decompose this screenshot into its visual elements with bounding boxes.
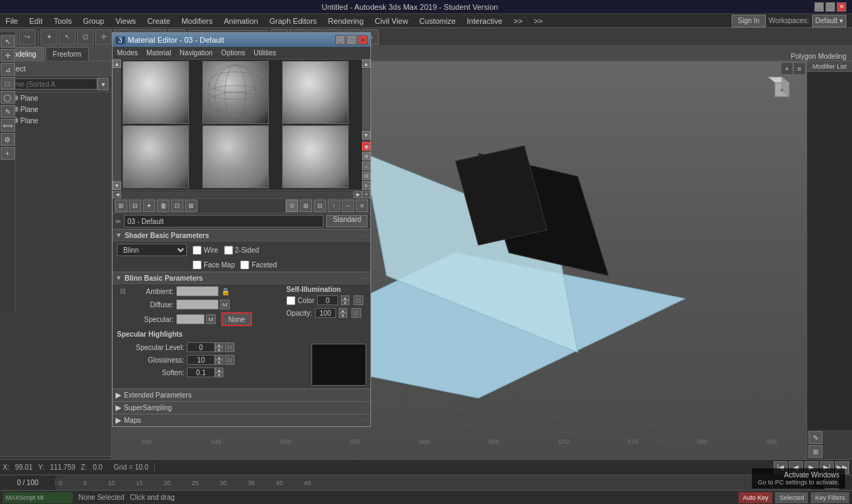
preview-cell-1[interactable] [123, 61, 189, 124]
maxscript-mini[interactable]: MAXScript Mi [3, 492, 73, 503]
opacity-value[interactable] [315, 308, 336, 318]
specular-mini-btn[interactable]: M [206, 314, 216, 324]
preview-cell-5[interactable] [202, 125, 269, 188]
menu-tools[interactable]: Tools [48, 17, 78, 25]
diffuse-swatch[interactable] [176, 300, 218, 309]
modifier-list[interactable] [807, 72, 852, 430]
right-tool-1[interactable]: ✎ [809, 431, 823, 444]
viewport-options-btn[interactable]: ≡ [794, 63, 805, 74]
menu-create[interactable]: Create [141, 17, 176, 25]
mat-type-btn[interactable]: Standard [326, 215, 368, 227]
preview-cell-2[interactable] [202, 61, 269, 124]
sign-in-btn[interactable]: Sign In [732, 15, 766, 27]
scroll-more-btn[interactable]: ≡ [362, 191, 370, 198]
scroll-left-btn[interactable]: ◀ [113, 191, 121, 198]
nav-back-btn[interactable]: ≡ [356, 200, 368, 212]
get-material-btn[interactable]: ⊞ [115, 200, 127, 212]
workspaces-dropdown[interactable]: Default ▾ [812, 15, 846, 27]
scroll-right-btn[interactable]: ▶ [354, 191, 362, 198]
menu-views[interactable]: Views [110, 17, 141, 25]
spec-level-map[interactable]: □ [225, 342, 235, 352]
right-scrollbar[interactable]: ▲ ▼ ◉ ⊞ ☼ ⊟ ≡ [362, 59, 370, 190]
scroll-up-right-btn[interactable]: ▲ [362, 59, 370, 68]
key-filters-btn[interactable]: Key Filters [811, 492, 849, 503]
mat-close-btn[interactable]: ✕ [358, 35, 368, 45]
specular-swatch[interactable] [176, 314, 204, 324]
shader-type-select[interactable]: Blinn Phong Metal [117, 244, 187, 256]
faceted-checkbox[interactable] [240, 260, 249, 270]
panel-resize-handle[interactable] [0, 456, 111, 459]
spec-level-input[interactable] [187, 342, 215, 352]
si-down-arrow[interactable]: ▼ [341, 300, 349, 305]
copy-mat-btn[interactable]: ⊡ [171, 200, 183, 212]
preview-bg-icon[interactable]: ⊞ [362, 152, 370, 160]
move-btn[interactable]: ✛ [95, 29, 112, 45]
glossiness-input[interactable] [187, 355, 215, 365]
spec-level-down[interactable]: ▼ [215, 347, 223, 352]
menu-graph-editors[interactable]: Graph Editors [264, 17, 323, 25]
face-map-checkbox[interactable] [193, 260, 202, 270]
preview-type-icon[interactable]: ◉ [362, 142, 370, 150]
maps-section[interactable]: ▶ Maps ··· [113, 414, 370, 426]
mat-menu-navigation[interactable]: Navigation [176, 47, 217, 59]
diffuse-map-btn[interactable]: M [220, 300, 230, 309]
mat-minimize-btn[interactable]: _ [335, 35, 345, 45]
select-filter-btn[interactable]: ✦ [41, 29, 57, 45]
mat-menu-utilities[interactable]: Utilities [249, 47, 280, 59]
tab-freeform[interactable]: Freeform [46, 47, 90, 61]
opacity-up-arrow[interactable]: ▲ [339, 308, 347, 313]
nav-fwd-btn[interactable]: → [342, 200, 354, 212]
select-region-btn[interactable]: ⊡ [77, 29, 94, 45]
preview-cell-4[interactable] [123, 125, 189, 188]
si-color-value[interactable] [317, 295, 338, 305]
menu-more[interactable]: >> [528, 17, 548, 25]
mirror-tool-icon[interactable]: ⟺ [1, 119, 15, 132]
name-filter-input[interactable] [3, 78, 97, 90]
scale-tool-icon[interactable]: ⊿ [1, 63, 15, 76]
timeline-track[interactable]: 0 5 10 15 20 25 30 35 40 45 [56, 475, 810, 490]
preview-port-icon[interactable]: ⊟ [362, 172, 370, 180]
shader-section-header[interactable]: ▼ Shader Basic Parameters ··· [113, 229, 370, 241]
auto-key-btn[interactable]: Auto Key [739, 492, 773, 503]
right-tool-2[interactable]: ⊞ [809, 445, 823, 458]
menu-civil-view[interactable]: Civil View [369, 17, 413, 25]
paint-tool-icon[interactable]: ✎ [1, 105, 15, 118]
preview-light-icon[interactable]: ☼ [362, 162, 370, 170]
menu-animation[interactable]: Animation [218, 17, 264, 25]
supersampling-section[interactable]: ▶ SuperSampling ··· [113, 401, 370, 414]
menu-customize[interactable]: Customize [414, 17, 461, 25]
opacity-down-arrow[interactable]: ▼ [339, 313, 347, 318]
extended-params-section[interactable]: ▶ Extended Parameters ··· [113, 388, 370, 401]
menu-group[interactable]: Group [77, 17, 110, 25]
two-sided-checkbox[interactable] [224, 246, 233, 255]
gloss-map[interactable]: □ [225, 355, 235, 365]
mat-menu-modes[interactable]: Modes [113, 47, 142, 59]
viewport-add-btn[interactable]: + [781, 63, 792, 74]
gloss-up[interactable]: ▲ [215, 355, 223, 360]
filter-options-btn[interactable]: ▾ [97, 78, 109, 90]
ambient-swatch[interactable] [176, 286, 218, 296]
move-tool-icon[interactable]: ✛ [1, 49, 15, 62]
scroll-down-btn[interactable]: ▼ [113, 181, 121, 190]
selected-btn[interactable]: Selected [775, 492, 808, 503]
select-tool-icon[interactable]: ↖ [1, 35, 15, 48]
si-color-checkbox[interactable] [286, 296, 295, 305]
preview-cell-3[interactable] [282, 61, 349, 124]
wire-checkbox[interactable] [193, 246, 202, 255]
select-btn[interactable]: ↖ [59, 29, 76, 45]
mat-map-btn[interactable]: ⊟ [314, 200, 326, 212]
list-item[interactable]: 👁 Plane [0, 104, 111, 115]
spec-level-up[interactable]: ▲ [215, 342, 223, 347]
mat-name-input[interactable] [124, 215, 323, 227]
blinn-section-header[interactable]: ▼ Blinn Basic Parameters ··· [113, 272, 370, 284]
settings-tool-icon[interactable]: ⚙ [1, 133, 15, 146]
maximize-btn[interactable]: □ [825, 2, 835, 12]
soften-up[interactable]: ▲ [215, 368, 223, 372]
plus-tool-icon[interactable]: + [1, 147, 15, 160]
soften-down[interactable]: ▼ [215, 372, 223, 377]
mat-menu-options[interactable]: Options [217, 47, 249, 59]
mat-menu-material[interactable]: Material [142, 47, 176, 59]
close-btn[interactable]: ✕ [837, 2, 846, 12]
pick-from-obj-btn[interactable]: ✦ [143, 200, 155, 212]
redo-btn[interactable]: ↪ [19, 29, 36, 45]
